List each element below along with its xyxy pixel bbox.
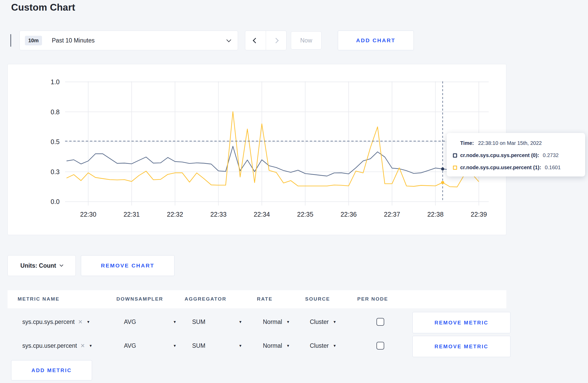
- time-range-dropdown[interactable]: 10m Past 10 Minutes: [19, 31, 238, 50]
- metric-name-select[interactable]: sys.cpu.sys.percent × ▼: [22, 310, 90, 333]
- x-tick-label: 22:34: [254, 211, 270, 218]
- x-tick-label: 22:36: [340, 211, 357, 218]
- column-header-per-node: PER NODE: [357, 296, 388, 302]
- per-node-checkbox[interactable]: [376, 318, 384, 326]
- per-node-cell: [376, 334, 384, 357]
- y-tick-label: 0.5: [51, 138, 60, 145]
- toolbar-divider: [10, 34, 11, 47]
- rate-select[interactable]: Normal ▼: [263, 334, 290, 357]
- x-tick-label: 22:38: [427, 211, 444, 218]
- downsampler-value: AVG: [124, 318, 136, 325]
- column-header-downsampler: DOWNSAMPLER: [116, 296, 163, 302]
- page-title: Custom Chart: [11, 2, 75, 13]
- x-tick-label: 22:33: [210, 211, 227, 218]
- hover-dot-user: [441, 181, 444, 184]
- sys-series-legend-icon: [453, 153, 457, 158]
- tooltip-series-row: cr.node.sys.cpu.sys.percent (0): 0.2732: [453, 149, 585, 161]
- x-tick-label: 22:31: [123, 211, 140, 218]
- tooltip-time-value: 22:38:10 on Mar 15th, 2022: [478, 140, 542, 146]
- add-metric-button[interactable]: ADD METRIC: [11, 360, 92, 380]
- tooltip-series-row: cr.node.sys.cpu.user.percent (1): 0.1601: [453, 161, 585, 174]
- x-tick-label: 22:30: [80, 211, 96, 218]
- metric-name-value: sys.cpu.sys.percent: [22, 318, 75, 325]
- y-tick-label: 1.0: [51, 78, 60, 86]
- x-tick-label: 22:37: [384, 211, 400, 218]
- column-header-source: SOURCE: [305, 296, 330, 302]
- source-value: Cluster: [310, 342, 329, 349]
- clear-metric-icon[interactable]: ×: [78, 318, 82, 325]
- units-label: Units: Count: [20, 262, 56, 269]
- x-tick-label: 22:39: [471, 211, 487, 218]
- chart-canvas[interactable]: 0.00.30.50.81.022:3022:3122:3222:3322:34…: [8, 64, 507, 235]
- aggregator-value: SUM: [192, 318, 205, 325]
- caret-down-icon: ▼: [87, 320, 90, 324]
- chevron-right-icon: [273, 38, 279, 43]
- caret-down-icon: ▼: [239, 320, 242, 324]
- rate-select[interactable]: Normal ▼: [263, 310, 290, 333]
- metric-name-select[interactable]: sys.cpu.user.percent × ▼: [22, 334, 93, 357]
- tooltip-series-value: 0.1601: [545, 165, 561, 171]
- y-tick-label: 0.3: [51, 168, 60, 175]
- chart-card: 0.00.30.50.81.022:3022:3122:3222:3322:34…: [8, 64, 506, 235]
- column-header-rate: RATE: [257, 296, 272, 302]
- caret-down-icon: ▼: [333, 344, 337, 348]
- rate-value: Normal: [263, 318, 282, 325]
- chart-tooltip: Time: 22:38:10 on Mar 15th, 2022 cr.node…: [447, 133, 585, 176]
- metric-row: sys.cpu.user.percent × ▼ AVG ▼ SUM ▼ Nor…: [8, 334, 506, 357]
- caret-down-icon: ▼: [333, 320, 337, 324]
- x-tick-label: 22:35: [297, 211, 313, 218]
- downsampler-select[interactable]: AVG ▼: [124, 334, 177, 357]
- time-range-badge: 10m: [25, 36, 42, 45]
- now-button[interactable]: Now: [291, 31, 321, 49]
- x-tick-label: 22:32: [167, 211, 183, 218]
- add-chart-button[interactable]: ADD CHART: [338, 31, 414, 50]
- tooltip-time-label: Time:: [460, 140, 474, 146]
- aggregator-value: SUM: [192, 342, 205, 349]
- series-user-line: [67, 112, 479, 187]
- time-nav-group: [245, 31, 286, 50]
- downsampler-value: AVG: [124, 342, 136, 349]
- source-select[interactable]: Cluster ▼: [310, 334, 337, 357]
- next-time-button[interactable]: [266, 31, 286, 50]
- caret-down-icon: ▼: [286, 320, 290, 324]
- aggregator-select[interactable]: SUM ▼: [192, 310, 242, 333]
- remove-metric-cell: REMOVE METRIC: [412, 311, 510, 334]
- tooltip-time-row: Time: 22:38:10 on Mar 15th, 2022: [453, 137, 585, 149]
- chevron-left-icon: [253, 38, 258, 43]
- y-tick-label: 0.8: [51, 108, 60, 116]
- metrics-table-header: METRIC NAME DOWNSAMPLER AGGREGATOR RATE …: [8, 290, 506, 308]
- remove-chart-button[interactable]: REMOVE CHART: [81, 255, 174, 276]
- remove-metric-cell: REMOVE METRIC: [412, 335, 510, 358]
- clear-metric-icon[interactable]: ×: [81, 342, 85, 349]
- units-dropdown[interactable]: Units: Count: [8, 255, 76, 276]
- aggregator-select[interactable]: SUM ▼: [192, 334, 242, 357]
- remove-metric-button[interactable]: REMOVE METRIC: [412, 336, 510, 357]
- tooltip-series-label: cr.node.sys.cpu.user.percent (1):: [460, 165, 541, 171]
- time-range-label: Past 10 Minutes: [52, 37, 95, 44]
- chevron-down-icon: [60, 263, 63, 267]
- downsampler-select[interactable]: AVG ▼: [124, 310, 177, 333]
- caret-down-icon: ▼: [286, 344, 290, 348]
- custom-chart-page: Custom Chart 10m Past 10 Minutes Now ADD…: [0, 0, 588, 383]
- user-series-legend-icon: [453, 166, 457, 170]
- tooltip-series-value: 0.2732: [543, 152, 559, 158]
- metric-row: sys.cpu.sys.percent × ▼ AVG ▼ SUM ▼ Norm…: [8, 310, 506, 333]
- per-node-cell: [376, 310, 384, 333]
- caret-down-icon: ▼: [173, 320, 177, 324]
- source-select[interactable]: Cluster ▼: [310, 310, 337, 333]
- tooltip-series-label: cr.node.sys.cpu.sys.percent (0):: [460, 152, 539, 158]
- rate-value: Normal: [263, 342, 282, 349]
- y-tick-label: 0.0: [51, 198, 60, 205]
- source-value: Cluster: [310, 318, 329, 325]
- caret-down-icon: ▼: [173, 344, 177, 348]
- per-node-checkbox[interactable]: [376, 342, 384, 350]
- caret-down-icon: ▼: [89, 344, 93, 348]
- remove-metric-button[interactable]: REMOVE METRIC: [412, 312, 510, 333]
- hover-dot-sys: [441, 167, 444, 171]
- column-header-aggregator: AGGREGATOR: [185, 296, 227, 302]
- metric-name-value: sys.cpu.user.percent: [22, 342, 77, 349]
- prev-time-button[interactable]: [245, 31, 266, 50]
- column-header-metric-name: METRIC NAME: [18, 296, 60, 302]
- caret-down-icon: ▼: [239, 344, 242, 348]
- chevron-down-icon: [226, 37, 231, 42]
